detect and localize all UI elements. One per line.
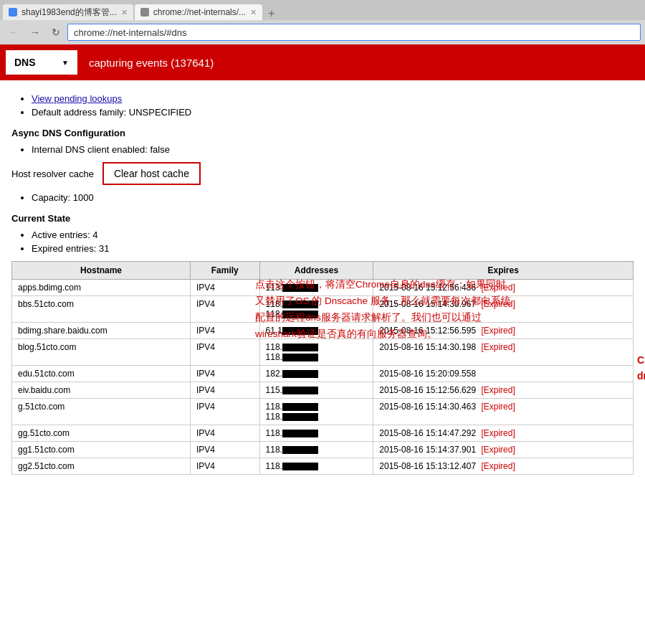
host-resolver-label: Host resolver cache — [11, 169, 94, 179]
cell-family: IPV4 — [190, 399, 259, 425]
cell-hostname: bbs.51cto.com — [12, 296, 191, 323]
cell-hostname: edu.51cto.com — [12, 366, 191, 382]
cell-addresses: 118.118. — [259, 339, 373, 366]
capacity-list: Capacity: 1000 — [11, 192, 634, 203]
table-row: gg1.51cto.com IPV4 118. 2015-08-16 15:14… — [12, 442, 634, 458]
internal-dns-text: Internal DNS client enabled: false — [32, 144, 170, 155]
cell-expires: 2015-08-16 15:13:12.407 [Expired] — [373, 458, 634, 475]
col-addresses: Addresses — [259, 262, 373, 280]
view-pending-link[interactable]: View pending lookups — [32, 93, 122, 104]
table-row: apps.bdimg.com IPV4 113. 2015-08-16 15:1… — [12, 280, 634, 296]
dns-cache-table: Hostname Family Addresses Expires apps.b… — [11, 261, 634, 475]
cell-family: IPV4 — [190, 339, 259, 366]
cell-addresses: 61.1 — [259, 323, 373, 339]
cell-family: IPV4 — [190, 366, 259, 382]
cell-hostname: bdimg.share.baidu.com — [12, 323, 191, 339]
table-row: eiv.baidu.com IPV4 115. 2015-08-16 15:12… — [12, 382, 634, 399]
reload-button[interactable]: ↻ — [47, 25, 64, 39]
expired-badge: [Expired] — [481, 461, 515, 471]
back-button[interactable]: ← — [4, 25, 23, 39]
cell-addresses: 118. — [259, 442, 373, 458]
cell-expires: 2015-08-16 15:12:56.595 [Expired] — [373, 323, 634, 339]
active-entries-text: Active entries: 4 — [32, 229, 98, 240]
cell-hostname: eiv.baidu.com — [12, 382, 191, 399]
browser-chrome: shayi1983end的博客管... ✕ chrome://net-inter… — [0, 0, 645, 44]
cell-addresses: 113. — [259, 280, 373, 296]
cell-hostname: gg1.51cto.com — [12, 442, 191, 458]
table-header-row: Hostname Family Addresses Expires — [12, 262, 634, 280]
dns-table-wrapper: Hostname Family Addresses Expires apps.b… — [11, 261, 634, 475]
table-annotation: Chrome的dns缓存表 — [637, 352, 645, 384]
expired-badge: [Expired] — [481, 342, 515, 352]
expired-badge: [Expired] — [481, 428, 515, 438]
tab-favicon-net — [140, 8, 149, 16]
table-row: bbs.51cto.com IPV4 118.118. 2015-08-16 1… — [12, 296, 634, 323]
nav-bar: ← → ↻ — [0, 20, 645, 44]
forward-button[interactable]: → — [26, 25, 44, 39]
current-state-heading: Current State — [11, 213, 634, 224]
clear-cache-button[interactable]: Clear host cache — [102, 162, 201, 185]
cell-family: IPV4 — [190, 323, 259, 339]
expired-badge: [Expired] — [481, 385, 515, 395]
tab-bar: shayi1983end的博客管... ✕ chrome://net-inter… — [0, 0, 645, 20]
cell-expires: 2015-08-16 15:12:56.629 [Expired] — [373, 382, 634, 399]
state-list: Active entries: 4 Expired entries: 31 — [11, 229, 634, 254]
tab-favicon-blog — [9, 8, 17, 16]
cell-family: IPV4 — [190, 442, 259, 458]
dns-header: DNS ▼ capturing events (137641) — [0, 44, 645, 80]
cell-family: IPV4 — [190, 425, 259, 442]
dns-dropdown-label: DNS — [14, 57, 36, 68]
cell-hostname: blog.51cto.com — [12, 339, 191, 366]
dns-dropdown-arrow: ▼ — [62, 59, 69, 67]
cell-expires: 2015-08-16 15:14:30.967 [Expired] — [373, 296, 634, 323]
cell-addresses: 118. — [259, 425, 373, 442]
expired-badge: [Expired] — [481, 283, 515, 293]
cell-expires: 2015-08-16 15:14:37.901 [Expired] — [373, 442, 634, 458]
table-row: edu.51cto.com IPV4 182. 2015-08-16 15:20… — [12, 366, 634, 382]
cell-addresses: 115. — [259, 382, 373, 399]
cell-addresses: 118. — [259, 458, 373, 475]
main-content: View pending lookups Default address fam… — [0, 80, 645, 483]
default-family-text: Default address family: UNSPECIFIED — [32, 107, 191, 118]
tab-close-blog[interactable]: ✕ — [121, 8, 128, 17]
top-links-list: View pending lookups Default address fam… — [11, 93, 634, 118]
cell-expires: 2015-08-16 15:12:56.436 [Expired] — [373, 280, 634, 296]
tab-label-blog: shayi1983end的博客管... — [22, 6, 117, 19]
cell-family: IPV4 — [190, 382, 259, 399]
table-annotation-text: Chrome的dns缓存表 — [637, 354, 645, 382]
table-row: gg2.51cto.com IPV4 118. 2015-08-16 15:13… — [12, 458, 634, 475]
cell-expires: 2015-08-16 15:14:47.292 [Expired] — [373, 425, 634, 442]
cell-hostname: apps.bdimg.com — [12, 280, 191, 296]
col-family: Family — [190, 262, 259, 280]
table-row: blog.51cto.com IPV4 118.118. 2015-08-16 … — [12, 339, 634, 366]
async-heading: Async DNS Configuration — [11, 128, 634, 138]
cell-expires: 2015-08-16 15:14:30.463 [Expired] — [373, 399, 634, 425]
expired-badge: [Expired] — [481, 326, 515, 336]
async-dns-list: Internal DNS client enabled: false — [11, 144, 634, 155]
tab-net-internals[interactable]: chrome://net-internals/... ✕ — [135, 4, 262, 20]
table-row: bdimg.share.baidu.com IPV4 61.1 2015-08-… — [12, 323, 634, 339]
cell-hostname: gg2.51cto.com — [12, 458, 191, 475]
cell-addresses: 118.118. — [259, 296, 373, 323]
tab-blog[interactable]: shayi1983end的博客管... ✕ — [3, 4, 133, 20]
dns-dropdown[interactable]: DNS ▼ — [6, 50, 77, 75]
tab-close-net[interactable]: ✕ — [250, 8, 257, 17]
cell-family: IPV4 — [190, 280, 259, 296]
new-tab-button[interactable]: + — [264, 7, 279, 20]
dns-title: capturing events (137641) — [83, 57, 214, 69]
cell-hostname: g.51cto.com — [12, 399, 191, 425]
cell-hostname: gg.51cto.com — [12, 425, 191, 442]
cell-expires: 2015-08-16 15:14:30.198 [Expired] — [373, 339, 634, 366]
table-row: g.51cto.com IPV4 118.118. 2015-08-16 15:… — [12, 399, 634, 425]
capacity-text: Capacity: 1000 — [32, 192, 94, 203]
expired-badge: [Expired] — [481, 299, 515, 309]
col-expires: Expires — [373, 262, 634, 280]
col-hostname: Hostname — [12, 262, 191, 280]
expired-entries-text: Expired entries: 31 — [32, 243, 109, 254]
cell-addresses: 118.118. — [259, 399, 373, 425]
address-bar[interactable] — [67, 24, 641, 41]
host-resolver-row: Host resolver cache Clear host cache — [11, 162, 634, 185]
cell-family: IPV4 — [190, 296, 259, 323]
expired-badge: [Expired] — [481, 402, 515, 412]
expired-badge: [Expired] — [481, 445, 515, 455]
